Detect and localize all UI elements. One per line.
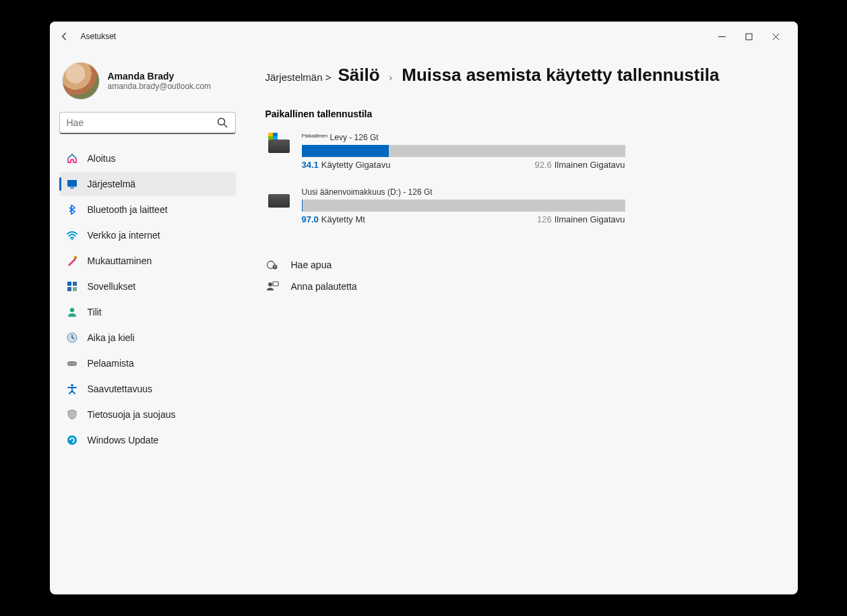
svg-rect-11: [73, 287, 77, 291]
sidebar-item-apps[interactable]: Sovellukset: [59, 274, 236, 299]
brush-icon: [66, 255, 78, 267]
disk-icon: [268, 194, 290, 208]
svg-rect-4: [67, 180, 77, 187]
svg-text:?: ?: [274, 265, 276, 269]
close-button[interactable]: [763, 26, 790, 47]
sidebar-item-label: Tilit: [88, 307, 102, 317]
bluetooth-icon: [66, 204, 78, 216]
sidebar-item-label: Windows Update: [88, 435, 159, 445]
sidebar-item-label: Bluetooth ja laitteet: [88, 204, 168, 215]
breadcrumb-parent[interactable]: Säilö: [338, 65, 379, 86]
svg-rect-5: [70, 187, 74, 189]
free-stat: 92.6Ilmainen Gigatavu: [534, 160, 625, 170]
sidebar-item-network[interactable]: Verkko ja internet: [59, 223, 236, 247]
shield-icon: [66, 408, 78, 421]
drive-name: Uusi äänenvoimakkuus (D:) - 126 Gt: [302, 187, 625, 197]
search-input[interactable]: [67, 117, 216, 128]
avatar: [62, 62, 100, 100]
svg-rect-1: [746, 34, 752, 40]
chevron-right-icon: ›: [387, 72, 396, 83]
update-icon: [66, 434, 78, 446]
sidebar-item-system[interactable]: Järjestelmä: [59, 172, 236, 196]
clock-icon: [66, 332, 78, 344]
svg-point-15: [69, 363, 71, 365]
sidebar: Amanda Brady amanda.brady@outlook.com Al…: [50, 51, 245, 594]
svg-rect-14: [67, 361, 77, 366]
sidebar-item-bluetooth[interactable]: Bluetooth ja laitteet: [59, 197, 236, 222]
page-title: Muissa asemista käytetty tallennustila: [402, 65, 719, 86]
sidebar-item-update[interactable]: Windows Update: [59, 428, 236, 452]
search-box[interactable]: [59, 112, 236, 134]
feedback-label: Anna palautetta: [291, 281, 357, 292]
title-bar: Asetukset: [50, 22, 798, 51]
wifi-icon: [66, 229, 78, 241]
sidebar-item-label: Saavutettavuus: [88, 383, 153, 394]
sidebar-item-label: Mukauttaminen: [88, 255, 152, 266]
used-stat: 97.0Käytetty Mt: [302, 214, 365, 224]
system-icon: [66, 178, 78, 190]
svg-rect-9: [73, 282, 77, 286]
profile-email: amanda.brady@outlook.com: [108, 82, 212, 91]
svg-point-6: [71, 239, 72, 240]
sidebar-item-privacy[interactable]: Tietosuoja ja suojaus: [59, 402, 236, 427]
svg-point-22: [268, 282, 272, 286]
free-stat: 126Ilmainen Gigatavu: [537, 214, 625, 224]
profile-block[interactable]: Amanda Brady amanda.brady@outlook.com: [59, 58, 236, 112]
svg-rect-10: [67, 287, 71, 291]
drive-row[interactable]: Uusi äänenvoimakkuus (D:) - 126 Gt 97.0K…: [265, 187, 778, 224]
sidebar-item-gaming[interactable]: Pelaamista: [59, 351, 236, 375]
sidebar-item-label: Tietosuoja ja suojaus: [88, 409, 176, 420]
storage-bar: [302, 199, 625, 212]
disk-icon: [268, 140, 290, 153]
get-help-link[interactable]: ? Hae apua: [265, 258, 778, 272]
sidebar-item-label: Sovellukset: [88, 281, 136, 292]
sidebar-item-label: Verkko ja internet: [88, 230, 160, 241]
svg-point-12: [69, 308, 73, 312]
sidebar-item-accounts[interactable]: Tilit: [59, 300, 236, 324]
sidebar-item-label: Järjestelmä: [88, 179, 136, 189]
svg-line-3: [224, 125, 227, 128]
svg-point-16: [73, 363, 75, 365]
feedback-icon: [265, 280, 279, 293]
get-help-label: Hae apua: [291, 259, 332, 270]
back-button[interactable]: [58, 30, 71, 43]
maximize-button[interactable]: [736, 26, 763, 47]
svg-rect-23: [273, 282, 278, 286]
nav-list: Aloitus Järjestelmä Bluetooth ja laittee…: [59, 146, 236, 452]
sidebar-item-personalization[interactable]: Mukauttaminen: [59, 249, 236, 273]
breadcrumb: Järjestelmän > Säilö › Muissa asemista k…: [265, 65, 778, 86]
sidebar-item-label: Aloitus: [88, 153, 116, 164]
svg-point-18: [67, 435, 77, 445]
person-icon: [66, 306, 78, 318]
drive-row[interactable]: Paikallinen Levy - 126 Gt 34.1Käytetty G…: [265, 133, 778, 170]
profile-name: Amanda Brady: [108, 71, 212, 82]
storage-bar: [302, 145, 625, 157]
settings-window: Asetukset Amanda Brady amanda.brady@outl…: [50, 22, 798, 594]
svg-point-2: [218, 119, 224, 125]
drive-name: Paikallinen Levy - 126 Gt: [302, 133, 625, 142]
svg-point-17: [71, 384, 73, 387]
sidebar-item-label: Aika ja kieli: [88, 332, 135, 343]
svg-rect-7: [73, 255, 77, 259]
svg-rect-8: [67, 282, 71, 286]
sidebar-item-accessibility[interactable]: Saavutettavuus: [59, 377, 236, 401]
breadcrumb-root[interactable]: Järjestelmän >: [265, 71, 332, 83]
window-title: Asetukset: [81, 32, 117, 41]
sidebar-item-label: Pelaamista: [88, 358, 134, 369]
feedback-link[interactable]: Anna palautetta: [265, 280, 778, 293]
sidebar-item-home[interactable]: Aloitus: [59, 146, 236, 171]
apps-icon: [66, 280, 78, 292]
used-stat: 34.1Käytetty Gigatavu: [302, 160, 391, 170]
accessibility-icon: [66, 383, 78, 395]
window-controls: [709, 26, 790, 47]
main-content: Järjestelmän > Säilö › Muissa asemista k…: [245, 51, 798, 594]
sidebar-item-time[interactable]: Aika ja kieli: [59, 326, 236, 350]
search-icon: [216, 117, 228, 129]
gamepad-icon: [66, 357, 78, 369]
minimize-button[interactable]: [709, 26, 736, 47]
help-icon: ?: [265, 258, 279, 272]
section-title: Paikallinen tallennustila: [265, 109, 778, 119]
home-icon: [66, 152, 78, 164]
